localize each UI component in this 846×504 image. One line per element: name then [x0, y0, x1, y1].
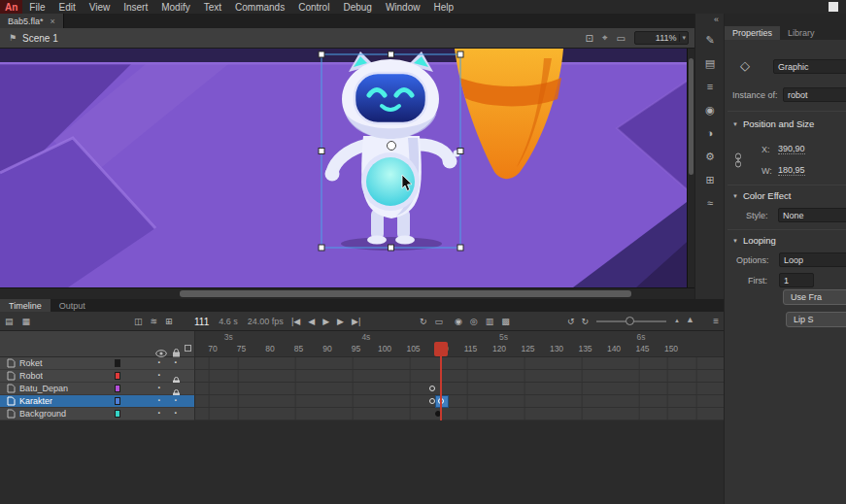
panel-menu-icon[interactable]: ≡	[713, 316, 719, 326]
layer-lock-dot[interactable]	[170, 356, 182, 368]
section-position-size[interactable]: ▼ Position and Size	[732, 118, 814, 129]
onion-outline-icon[interactable]: ◎	[470, 318, 478, 326]
camera-icon[interactable]: ◫	[134, 318, 143, 326]
edit-multiple-frames-icon[interactable]: ▥	[486, 318, 494, 326]
layer-lock-dot[interactable]	[170, 394, 182, 406]
tab-properties[interactable]: Properties	[725, 26, 780, 40]
layer-name[interactable]: Roket	[19, 358, 43, 368]
marker-range-icon[interactable]: ▩	[501, 318, 510, 326]
timeline-zoom-slider[interactable]	[596, 320, 666, 322]
layer-row-left[interactable]: Karakter	[0, 395, 194, 408]
workspace-icon[interactable]	[829, 2, 838, 12]
play-icon[interactable]: ▶	[322, 318, 329, 326]
layer-frames[interactable]	[194, 395, 724, 408]
layer-row-karakter[interactable]: Karakter	[0, 395, 724, 408]
playhead-marker[interactable]	[434, 342, 448, 356]
stage[interactable]	[0, 49, 694, 287]
scene-name[interactable]: Scene 1	[22, 33, 58, 44]
redo-step-icon[interactable]: ↻	[582, 318, 590, 326]
color-icon[interactable]: ◑	[707, 128, 714, 139]
layer-lock-dot[interactable]	[170, 407, 182, 419]
instance-name-field[interactable]: robot	[783, 87, 846, 102]
slider-knob[interactable]	[626, 317, 634, 325]
insert-layer-icon[interactable]: ▤	[5, 318, 14, 326]
layer-visibility-dot[interactable]	[153, 407, 165, 419]
layer-row-batu-depan[interactable]: Batu_Depan	[0, 383, 724, 395]
motion-icon[interactable]: ≈	[707, 198, 713, 209]
step-back-icon[interactable]: ◀	[308, 318, 315, 326]
go-to-start-icon[interactable]: |◀	[291, 318, 300, 326]
loop-options-dropdown[interactable]: Loop	[779, 252, 846, 267]
use-frame-picker-button[interactable]: Use Fra	[783, 289, 846, 305]
tab-timeline[interactable]: Timeline	[0, 299, 51, 312]
layer-visibility-dot[interactable]	[153, 369, 165, 381]
menu-edit[interactable]: Edit	[51, 2, 82, 13]
app-logo[interactable]: An	[0, 0, 22, 14]
layer-frames[interactable]	[194, 357, 724, 370]
stage-vertical-scrollbar[interactable]	[687, 49, 694, 287]
collapse-panels-icon[interactable]: «	[714, 15, 719, 24]
loop-icon[interactable]: ↻	[420, 318, 427, 326]
layer-outline-swatch[interactable]	[115, 385, 120, 392]
clip-content-icon[interactable]: ▭	[617, 33, 626, 44]
layer-row-left[interactable]: Background	[0, 408, 194, 420]
zoom-in-frames-icon[interactable]: ▲	[686, 315, 694, 324]
menu-insert[interactable]: Insert	[117, 2, 154, 13]
settings-icon[interactable]: ⚙	[705, 151, 715, 162]
tab-library[interactable]: Library	[780, 26, 823, 40]
menu-text[interactable]: Text	[197, 2, 228, 13]
zoom-out-frames-icon[interactable]: ▲	[674, 318, 680, 323]
layer-frames[interactable]	[194, 370, 724, 383]
first-frame-field[interactable]: 1	[779, 273, 814, 287]
layer-name[interactable]: Batu_Depan	[19, 384, 68, 393]
tab-close-icon[interactable]: ×	[51, 17, 55, 26]
menu-commands[interactable]: Commands	[228, 2, 291, 13]
link-width-height-icon[interactable]	[733, 152, 743, 172]
menu-window[interactable]: Window	[379, 2, 427, 13]
scroll-thumb[interactable]	[180, 290, 631, 297]
layer-visibility-dot[interactable]	[153, 382, 165, 393]
chevron-down-icon[interactable]: ▼	[732, 238, 738, 244]
clip-icon[interactable]: ▭	[435, 318, 444, 326]
chevron-down-icon[interactable]: ▼	[732, 193, 738, 199]
layer-row-left[interactable]: Robot	[0, 370, 194, 383]
layer-row-roket[interactable]: Roket	[0, 357, 724, 370]
layer-outline-swatch[interactable]	[115, 359, 120, 367]
layer-name[interactable]: Karakter	[19, 396, 52, 406]
x-value[interactable]: 390,90	[778, 144, 805, 154]
section-color-effect[interactable]: ▼ Color Effect	[732, 190, 791, 201]
layer-outline-swatch[interactable]	[115, 410, 120, 418]
center-frame-icon[interactable]: ⌖	[602, 32, 608, 44]
layer-depth-icon[interactable]: ≋	[151, 318, 158, 326]
chevron-down-icon[interactable]: ▾	[679, 34, 688, 42]
layer-row-robot[interactable]: Robot	[0, 370, 724, 383]
layer-outline-swatch[interactable]	[115, 397, 120, 405]
swatches-icon[interactable]: ▤	[705, 58, 715, 69]
tab-output[interactable]: Output	[51, 299, 94, 312]
menu-file[interactable]: File	[22, 2, 51, 13]
layer-visibility-dot[interactable]	[153, 394, 165, 406]
layer-name[interactable]: Robot	[19, 371, 43, 381]
layer-frames[interactable]	[194, 383, 724, 395]
pen-icon[interactable]: ✎	[705, 35, 714, 46]
layer-frames[interactable]	[194, 408, 724, 420]
document-tab[interactable]: Bab5.fla* ×	[0, 14, 64, 28]
menu-help[interactable]: Help	[426, 2, 460, 13]
frame-rate[interactable]: 24.00 fps	[248, 317, 284, 326]
menu-modify[interactable]: Modify	[154, 2, 196, 13]
zoom-select[interactable]: 111% ▾	[634, 31, 689, 45]
step-forward-icon[interactable]: ▶	[337, 318, 344, 326]
lip-sync-button[interactable]: Lip S	[786, 312, 846, 327]
layer-visibility-dot[interactable]	[153, 356, 165, 368]
edit-symbols-icon[interactable]: ⊡	[586, 33, 593, 44]
info-icon[interactable]: ◉	[705, 105, 715, 116]
undo-step-icon[interactable]: ↺	[567, 318, 575, 326]
layer-row-background[interactable]: Background	[0, 408, 724, 420]
menu-control[interactable]: Control	[291, 2, 336, 13]
layer-name[interactable]: Background	[19, 409, 66, 419]
layers-panel-icon[interactable]: ⊞	[165, 318, 173, 326]
outline-view-icon[interactable]	[185, 345, 191, 352]
transform-icon[interactable]: ⊞	[705, 175, 714, 185]
scroll-thumb[interactable]	[689, 58, 694, 175]
section-looping[interactable]: ▼ Looping	[732, 235, 776, 246]
